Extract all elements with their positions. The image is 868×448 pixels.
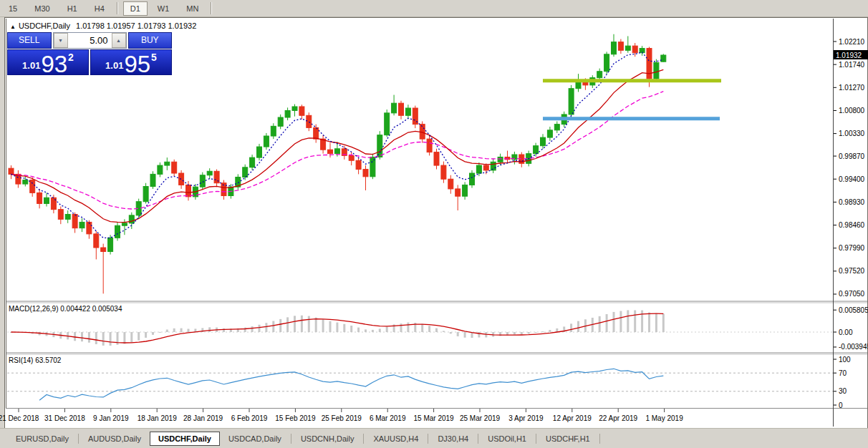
svg-text:3 Apr 2019: 3 Apr 2019 — [508, 414, 544, 422]
svg-text:70: 70 — [839, 369, 847, 377]
one-click-trade-panel: SELL ▼ ▲ BUY 1.01 93 2 1.01 95 5 — [7, 32, 172, 75]
tab-xauusd-h4[interactable]: XAUUSD,H4 — [365, 432, 427, 446]
svg-text:12 Apr 2019: 12 Apr 2019 — [553, 414, 592, 422]
tab-separator — [428, 434, 428, 444]
rsi-line — [39, 369, 663, 400]
volume-stepper: ▼ ▲ — [53, 32, 127, 49]
ask-prefix: 1.01 — [105, 60, 123, 71]
timeframe-mn[interactable]: MN — [179, 1, 206, 16]
chart-ohlc-values: 1.01798 1.01957 1.01793 1.01932 — [76, 21, 196, 30]
indicator-axes: 0.0058050.00-0.00394510070300 — [834, 306, 868, 409]
ask-pip-digit: 5 — [151, 52, 157, 63]
svg-text:15 Mar 2019: 15 Mar 2019 — [414, 414, 455, 422]
tab-separator — [478, 434, 478, 444]
svg-text:1.01932: 1.01932 — [836, 52, 862, 59]
svg-text:9 Jan 2019: 9 Jan 2019 — [93, 414, 129, 422]
svg-text:1.01740: 1.01740 — [839, 61, 865, 69]
svg-text:25 Mar 2019: 25 Mar 2019 — [460, 414, 501, 422]
chart-collapse-icon[interactable]: ▲ — [10, 24, 16, 30]
svg-text:0.97520: 0.97520 — [839, 267, 865, 275]
svg-text:6 Feb 2019: 6 Feb 2019 — [231, 414, 268, 422]
svg-text:0.98930: 0.98930 — [839, 198, 865, 206]
tab-separator — [78, 434, 79, 444]
svg-text:22 Apr 2019: 22 Apr 2019 — [599, 414, 637, 422]
toolbar-separator — [211, 2, 212, 14]
timeframe-d1[interactable]: D1 — [123, 1, 148, 16]
svg-text:30: 30 — [839, 387, 847, 395]
tab-usdoil-h1[interactable]: USDOil,H1 — [479, 432, 535, 446]
price-axis[interactable]: 1.022101.017401.012701.008001.003300.998… — [834, 38, 868, 298]
tab-dj30-h4[interactable]: DJ30,H4 — [429, 432, 477, 446]
tab-eurusd-daily[interactable]: EURUSD,Daily — [7, 432, 77, 446]
svg-text:1.00330: 1.00330 — [839, 130, 865, 137]
svg-text:18 Jan 2019: 18 Jan 2019 — [138, 414, 177, 422]
volume-increase-button[interactable]: ▲ — [112, 33, 126, 48]
bid-price[interactable]: 1.01 93 2 — [7, 49, 89, 75]
svg-text:31 Dec 2018: 31 Dec 2018 — [44, 414, 85, 422]
panel-borders — [6, 19, 867, 427]
tab-separator — [291, 434, 291, 444]
svg-text:1.02210: 1.02210 — [839, 38, 865, 46]
bid-prefix: 1.01 — [22, 60, 40, 71]
timeframe-h4[interactable]: H4 — [87, 1, 112, 16]
rsi-indicator-label: RSI(14) 63.5702 — [9, 356, 61, 364]
tab-separator — [536, 434, 536, 444]
tab-usdcad-daily[interactable]: USDCAD,Daily — [220, 432, 290, 446]
svg-text:28 Jan 2019: 28 Jan 2019 — [183, 414, 223, 422]
svg-text:0: 0 — [839, 401, 843, 409]
ask-price[interactable]: 1.01 95 5 — [90, 49, 172, 75]
macd-panel — [10, 310, 665, 346]
tab-usdchf-daily[interactable]: USDCHF,Daily — [150, 432, 220, 446]
tab-usdchf-h1[interactable]: USDCHF,H1 — [537, 432, 599, 446]
svg-text:21 Dec 2018: 21 Dec 2018 — [0, 414, 39, 422]
timeframe-m30[interactable]: M30 — [27, 1, 57, 16]
tab-usdcnh-daily[interactable]: USDCNH,Daily — [292, 432, 363, 446]
svg-text:25 Feb 2019: 25 Feb 2019 — [322, 414, 362, 422]
sell-button[interactable]: SELL — [7, 32, 52, 49]
svg-text:0.97990: 0.97990 — [839, 244, 865, 252]
svg-text:15 Feb 2019: 15 Feb 2019 — [275, 414, 316, 422]
svg-text:1 May 2019: 1 May 2019 — [645, 414, 683, 422]
chart-tabbar: EURUSD,DailyAUDUSD,DailyUSDCHF,DailyUSDC… — [0, 428, 868, 448]
svg-text:0.99870: 0.99870 — [839, 152, 865, 160]
svg-text:0.98460: 0.98460 — [839, 221, 865, 229]
timeframe-toolbar: 15M30H1H4D1W1MN — [0, 0, 868, 17]
tab-audusd-daily[interactable]: AUDUSD,Daily — [79, 432, 150, 446]
bid-pip-digit: 2 — [68, 52, 74, 63]
volume-decrease-button[interactable]: ▼ — [54, 33, 68, 48]
chart-title: ▲USDCHF,Daily1.01798 1.01957 1.01793 1.0… — [10, 21, 196, 30]
volume-input[interactable] — [68, 33, 112, 48]
svg-text:1.01270: 1.01270 — [839, 84, 865, 92]
timeframe-h1[interactable]: H1 — [60, 1, 85, 16]
svg-text:0.99400: 0.99400 — [839, 175, 865, 183]
timeframe-15[interactable]: 15 — [1, 1, 24, 16]
ask-big-digits: 95 — [124, 54, 150, 74]
svg-text:6 Mar 2019: 6 Mar 2019 — [370, 414, 406, 422]
macd-indicator-label: MACD(12,26,9) 0.004422 0.005034 — [9, 305, 122, 313]
svg-text:0.005805: 0.005805 — [839, 306, 868, 314]
toolbar-separator — [117, 2, 118, 14]
svg-text:100: 100 — [839, 356, 851, 364]
buy-button[interactable]: BUY — [128, 32, 173, 49]
svg-text:-0.003945: -0.003945 — [839, 343, 868, 351]
timeframe-w1[interactable]: W1 — [150, 1, 177, 16]
svg-text:0.00: 0.00 — [839, 328, 853, 336]
time-axis[interactable]: 21 Dec 201831 Dec 20189 Jan 201918 Jan 2… — [0, 409, 683, 422]
chart-symbol-period: USDCHF,Daily — [19, 21, 70, 30]
svg-text:0.97050: 0.97050 — [839, 290, 865, 298]
tab-separator — [599, 434, 600, 444]
bid-big-digits: 93 — [41, 54, 67, 74]
tab-separator — [363, 434, 364, 444]
svg-text:1.00800: 1.00800 — [839, 107, 865, 115]
